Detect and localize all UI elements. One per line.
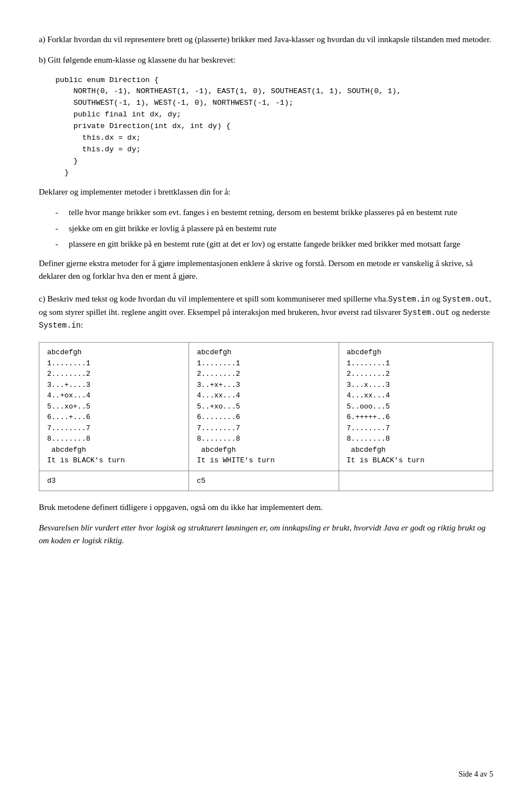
- system-in-code: System.in: [388, 295, 430, 304]
- colon: :: [81, 320, 83, 329]
- game-col-2: abcdefgh 1........1 2........2 3..+x+...…: [189, 343, 339, 471]
- dash-icon: -: [55, 206, 65, 219]
- col2-content: abcdefgh 1........1 2........2 3..+x+...…: [197, 347, 330, 466]
- bullet-item-1: - telle hvor mange brikker som evt. fang…: [55, 206, 493, 219]
- bullet-item-3: - plassere en gitt brikke på en bestemt …: [55, 238, 493, 251]
- col3-content: abcdefgh 1........1 2........2 3...x....…: [347, 347, 485, 466]
- game-input-1: d3: [39, 471, 189, 491]
- bullet-text-3: plassere en gitt brikke på en bestemt ru…: [69, 238, 461, 251]
- dash-icon-2: -: [55, 222, 65, 235]
- section-a-text: a) Forklar hvordan du vil representere b…: [39, 33, 493, 46]
- section-c-intro: c) Beskriv med tekst og kode hvordan du …: [39, 294, 388, 303]
- game-col-3: abcdefgh 1........1 2........2 3...x....…: [339, 343, 493, 471]
- system-in2-code: System.in: [39, 321, 81, 330]
- game-input-3: [339, 471, 493, 491]
- bruk-text: Bruk metodene definert tidligere i oppga…: [39, 501, 493, 514]
- section-b-intro: b) Gitt følgende enum-klasse og klassene…: [39, 54, 493, 67]
- game-table: abcdefgh 1........1 2........2 3...+....…: [39, 342, 493, 491]
- dash-icon-3: -: [55, 238, 65, 251]
- game-table-main-row: abcdefgh 1........1 2........2 3...+....…: [39, 343, 493, 471]
- section-b-declare: Deklarer og implementer metoder i brettk…: [39, 186, 493, 198]
- section-c-intro-para: c) Beskriv med tekst og kode hvordan du …: [39, 293, 493, 332]
- game-table-bottom-row: d3 c5: [39, 471, 493, 491]
- system-out2-code: System.out: [403, 308, 449, 317]
- input-d3: d3: [47, 477, 56, 485]
- section-b-extra: Definer gjerne ekstra metoder for å gjør…: [39, 257, 493, 283]
- system-out-code: System.out: [442, 295, 489, 304]
- bullet-list: - telle hvor mange brikker som evt. fang…: [55, 206, 493, 251]
- og2-text: og nederste: [449, 308, 489, 317]
- og1: og: [430, 294, 443, 303]
- section-b: b) Gitt følgende enum-klasse og klassene…: [39, 54, 493, 283]
- italic-text: Besvarelsen blir vurdert etter hvor logi…: [39, 522, 493, 547]
- page-number: Side 4 av 5: [458, 770, 493, 779]
- bullet-text-1: telle hvor mange brikker som evt. fanges…: [69, 206, 457, 219]
- col1-content: abcdefgh 1........1 2........2 3...+....…: [47, 347, 181, 466]
- bullet-item-2: - sjekke om en gitt brikke er lovlig å p…: [55, 222, 493, 235]
- code-block-direction: public enum Direction { NORTH(0, -1), NO…: [55, 75, 493, 179]
- section-c: c) Beskriv med tekst og kode hvordan du …: [39, 293, 493, 491]
- game-col-1: abcdefgh 1........1 2........2 3...+....…: [39, 343, 189, 471]
- bullet-text-2: sjekke om en gitt brikke er lovlig å pla…: [69, 222, 277, 235]
- game-input-2: c5: [189, 471, 339, 491]
- input-c5: c5: [197, 477, 206, 485]
